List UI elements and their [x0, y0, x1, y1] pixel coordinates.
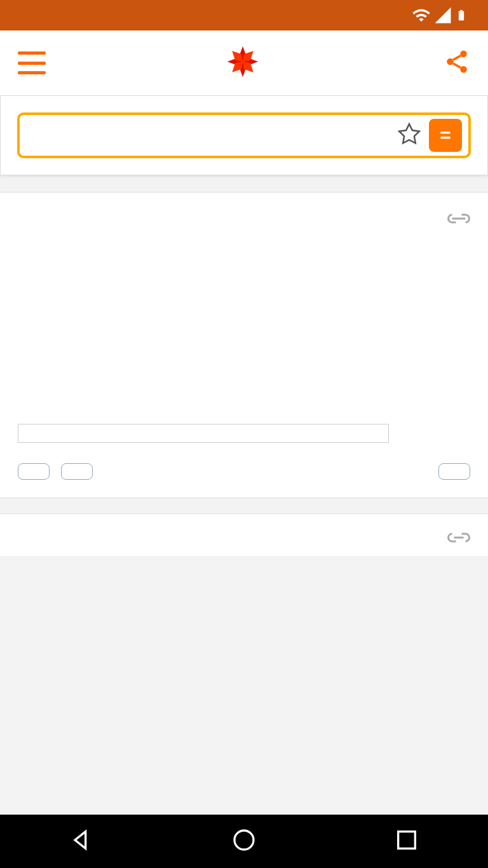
app-logo	[226, 44, 264, 81]
battery-icon	[455, 6, 468, 25]
tide-chart	[18, 250, 470, 396]
svg-point-9	[447, 58, 454, 65]
search-row: =	[17, 112, 471, 158]
more-days-button[interactable]	[18, 463, 50, 480]
svg-rect-12	[398, 832, 416, 849]
favorite-icon[interactable]	[397, 122, 421, 149]
submit-button[interactable]: =	[429, 119, 462, 152]
chart-y-label	[18, 250, 23, 396]
home-icon[interactable]	[231, 827, 257, 855]
equals-icon: =	[440, 125, 451, 146]
search-card: =	[0, 95, 488, 175]
wifi-icon	[412, 6, 431, 25]
tide-table	[18, 424, 389, 443]
units-button[interactable]	[438, 463, 470, 480]
signal-icon	[433, 6, 452, 25]
svg-point-8	[460, 51, 467, 58]
sun-moon-button[interactable]	[61, 463, 93, 480]
back-icon[interactable]	[69, 827, 94, 855]
android-nav-bar	[0, 815, 488, 868]
app-header	[0, 31, 488, 95]
search-input[interactable]	[31, 125, 390, 146]
svg-point-10	[460, 66, 467, 73]
status-icons	[412, 6, 468, 25]
link-icon[interactable]	[447, 210, 470, 231]
recent-apps-icon[interactable]	[394, 827, 419, 855]
android-status-bar	[0, 0, 488, 31]
chart-plot-area	[27, 250, 470, 396]
logo-mark-icon	[226, 44, 260, 81]
menu-icon[interactable]	[18, 51, 46, 74]
action-row	[18, 463, 470, 480]
result-card	[0, 192, 488, 498]
link-icon[interactable]	[447, 529, 470, 550]
svg-point-11	[234, 831, 254, 850]
share-icon[interactable]	[444, 48, 470, 78]
averages-card	[0, 513, 488, 556]
tide-date	[18, 424, 389, 443]
